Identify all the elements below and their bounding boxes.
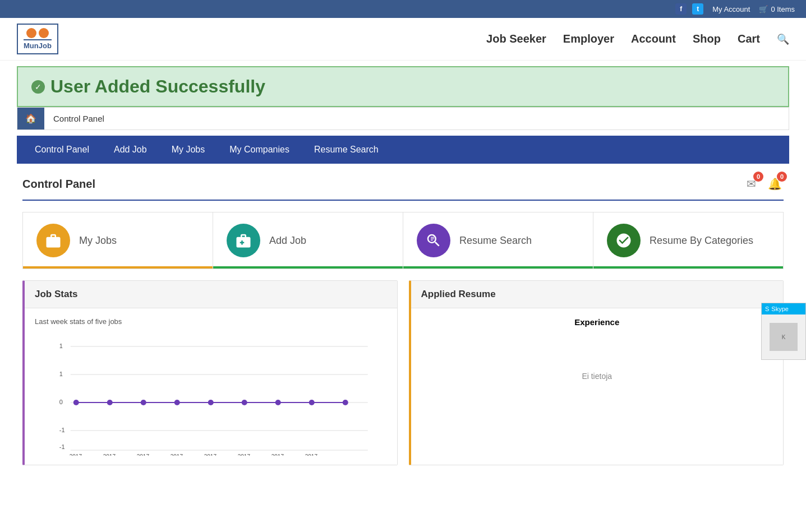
cpnav-resume-search[interactable]: Resume Search [302, 136, 391, 164]
nav-shop[interactable]: Shop [693, 33, 721, 45]
svg-point-12 [141, 400, 146, 405]
svg-point-13 [174, 400, 180, 405]
panel-content: Control Panel ✉ 0 🔔 0 My Jobs [17, 164, 789, 477]
cart-top[interactable]: 🛒 0 Items [759, 5, 795, 13]
top-bar: f t My Account 🛒 0 Items [0, 0, 806, 18]
svg-point-14 [208, 400, 214, 405]
skype-icon: S [765, 306, 769, 312]
skype-widget[interactable]: S Skype K [761, 303, 806, 360]
check-circle-icon: ✓ [31, 80, 45, 94]
svg-point-18 [343, 400, 348, 405]
svg-text:2017-: 2017- [103, 454, 118, 456]
briefcase-svg [45, 232, 62, 249]
svg-text:-1: -1 [59, 443, 65, 450]
my-jobs-icon [36, 224, 70, 257]
card-add-job[interactable]: Add Job [213, 212, 403, 269]
header: MunJob Job Seeker Employer Account Shop … [0, 18, 806, 61]
twitter-icon[interactable]: t [692, 3, 703, 15]
stats-header: Job Stats [25, 281, 397, 308]
breadcrumb: 🏠 Control Panel [17, 107, 789, 130]
add-job-icon [227, 224, 260, 257]
svg-text:2017-: 2017- [137, 454, 151, 456]
resume-categories-icon [607, 224, 641, 257]
applied-header: Applied Resume [411, 281, 784, 308]
panel-badges: ✉ 0 🔔 0 [742, 175, 784, 193]
logo[interactable]: MunJob [17, 24, 58, 54]
success-message: ✓ User Added Successfully [17, 66, 789, 107]
facebook-icon[interactable]: f [675, 3, 687, 15]
resume-search-icon [417, 224, 450, 257]
card-resume-search[interactable]: Resume Search [403, 212, 593, 269]
cart-count: 0 Items [771, 5, 795, 13]
mail-badge-count: 0 [753, 172, 763, 182]
cpnav-control-panel[interactable]: Control Panel [22, 136, 102, 164]
svg-text:1: 1 [59, 371, 63, 377]
skype-body: K [762, 314, 805, 359]
home-icon: 🏠 [25, 113, 36, 124]
cpnav-add-job[interactable]: Add Job [102, 136, 159, 164]
svg-text:1: 1 [59, 343, 63, 349]
svg-text:2017-: 2017- [204, 454, 219, 456]
breadcrumb-label: Control Panel [44, 108, 113, 129]
chart-subtitle: Last week stats of five jobs [35, 317, 387, 326]
skype-label: Skype [771, 306, 789, 312]
svg-text:2017-: 2017- [305, 454, 320, 456]
resume-categories-label: Resume By Categories [650, 235, 753, 247]
bottom-sections: Job Stats Last week stats of five jobs 1… [22, 280, 784, 465]
bell-badge-wrapper[interactable]: 🔔 0 [766, 175, 784, 193]
resume-categories-svg [615, 232, 632, 249]
logo-circle-1 [26, 28, 36, 38]
svg-point-16 [275, 400, 281, 405]
my-jobs-label: My Jobs [79, 235, 117, 247]
applied-title: Applied Resume [421, 289, 773, 300]
social-icons: f t [675, 3, 703, 15]
stats-title: Job Stats [35, 289, 387, 300]
main-nav: Job Seeker Employer Account Shop Cart 🔍 [486, 33, 789, 45]
panel-header: Control Panel ✉ 0 🔔 0 [22, 175, 784, 201]
cart-icon: 🛒 [759, 5, 768, 13]
quick-cards: My Jobs Add Job Resume Search [22, 212, 784, 269]
chart-container: 1 1 0 -1 -1 [35, 332, 387, 456]
skype-avatar: K [770, 323, 798, 351]
experience-label: Experience [421, 317, 773, 331]
nav-employer[interactable]: Employer [563, 33, 614, 45]
logo-circle-2 [39, 28, 49, 38]
search-icon[interactable]: 🔍 [777, 33, 789, 45]
svg-point-17 [309, 400, 315, 405]
card-my-jobs[interactable]: My Jobs [23, 212, 213, 269]
applied-section: Applied Resume Experience Ei tietoja [409, 280, 784, 465]
cpnav-my-jobs[interactable]: My Jobs [159, 136, 218, 164]
svg-text:0: 0 [59, 399, 63, 405]
no-data-label: Ei tietoja [421, 338, 773, 414]
logo-text: MunJob [24, 39, 52, 50]
success-text: User Added Successfully [50, 76, 265, 97]
my-account-link[interactable]: My Account [712, 5, 750, 13]
svg-text:2017-: 2017- [171, 454, 185, 456]
svg-text:2017-: 2017- [271, 454, 286, 456]
svg-point-11 [107, 400, 113, 405]
svg-text:-1: -1 [59, 427, 65, 433]
bell-badge-count: 0 [777, 172, 787, 182]
card-resume-categories[interactable]: Resume By Categories [593, 212, 783, 269]
nav-cart[interactable]: Cart [738, 33, 760, 45]
svg-text:2017-: 2017- [238, 454, 252, 456]
resume-search-svg [425, 232, 442, 249]
skype-header: S Skype [762, 303, 805, 314]
resume-search-label: Resume Search [459, 235, 532, 247]
nav-account[interactable]: Account [631, 33, 676, 45]
logo-area[interactable]: MunJob [17, 24, 58, 54]
breadcrumb-home-icon[interactable]: 🏠 [17, 108, 44, 129]
svg-text:2017-: 2017- [70, 454, 84, 456]
cpnav-my-companies[interactable]: My Companies [217, 136, 302, 164]
nav-job-seeker[interactable]: Job Seeker [486, 33, 546, 45]
mail-badge-wrapper[interactable]: ✉ 0 [742, 175, 760, 193]
stats-body: Last week stats of five jobs 1 1 0 -1 -1 [25, 308, 397, 465]
svg-point-10 [73, 400, 79, 405]
chart-svg: 1 1 0 -1 -1 [35, 332, 387, 456]
svg-point-15 [242, 400, 247, 405]
cp-nav: Control Panel Add Job My Jobs My Compani… [17, 136, 789, 164]
panel-title: Control Panel [22, 178, 95, 191]
logo-circles [26, 28, 49, 38]
add-job-label: Add Job [269, 235, 306, 247]
add-job-svg [235, 232, 252, 249]
